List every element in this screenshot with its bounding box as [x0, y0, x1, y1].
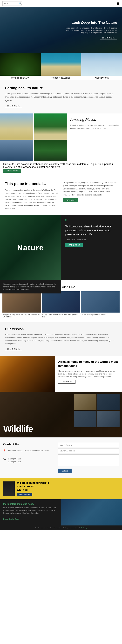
- wildlife-images: [74, 394, 120, 427]
- hero-subtitle: Lorem ipsum dolor sit amet, consectetur …: [65, 26, 117, 34]
- contact-phone-1: 1 (206) 967-091: [8, 458, 21, 460]
- our-mission-learn-more-button[interactable]: LEARN MORE: [5, 347, 22, 351]
- amazing-images-left: [0, 114, 67, 161]
- nature-background-image: Nature: [0, 215, 61, 280]
- search-input[interactable]: [4, 2, 18, 5]
- wildlife-section: Wildlife: [0, 392, 122, 437]
- amazing-grid: [0, 114, 67, 161]
- getting-back-learn-more-button[interactable]: LEARN MORE: [5, 104, 22, 108]
- contact-phone-item: 📞 1 (206) 967-091 1 (206) 967-404: [3, 458, 52, 463]
- contact-info: Contact Us 📍 117 Brook Street, 2Y Avenue…: [0, 438, 55, 478]
- nature-dark-mission-text: We seek to inspire and educate all membe…: [0, 280, 61, 294]
- card-1[interactable]: Stopping Shrimp Draws Bell May Tell Gray…: [2, 291, 41, 319]
- hero-learn-more-button[interactable]: LEARN MORE: [100, 36, 117, 40]
- hamburger-icon[interactable]: ☰: [117, 2, 120, 6]
- card-3-label: Where It's Okay to Pet the Whales: [81, 312, 120, 317]
- email-field-container: [58, 448, 119, 453]
- phone-icon: 📞: [3, 458, 6, 460]
- wildlife-img-4: [97, 411, 120, 427]
- contact-form: Submit: [55, 438, 122, 478]
- amazing-places-grid: Amazing Places Excepteur sint occaecat c…: [0, 114, 122, 161]
- yellow-banner-learn-more-button[interactable]: LEARN MORE: [17, 493, 32, 496]
- contact-heading: Contact Us: [3, 443, 52, 446]
- wildlife-img-3: [74, 411, 97, 427]
- hero-content: Look Deep Into The Nature Lorem ipsum do…: [65, 20, 117, 40]
- wildlife-title: Wildlife: [3, 424, 33, 434]
- card-3-image: [81, 291, 120, 312]
- africa-heading: Africa is home to many of the world's mo…: [58, 360, 119, 368]
- card-1-label: Stopping Shrimp Draws Bell May Tell Gray…: [2, 312, 41, 319]
- contact-address-item: 📍 117 Brook Street, 2Y Avenue, New York,…: [3, 449, 52, 455]
- card-1-image: [2, 291, 41, 312]
- location-icon: 📍: [3, 449, 6, 452]
- message-field-container: [58, 454, 119, 466]
- header: 🔍 ☰: [0, 0, 122, 7]
- hero-section: Look Deep Into The Nature Lorem ipsum do…: [0, 7, 122, 53]
- last-brand-name: Morbi interdum metus risus.: [3, 503, 58, 505]
- getting-back-section: Getting back to nature Lorem ipsum dolor…: [0, 80, 122, 114]
- last-link-1[interactable]: Donec et nulla. Class: [3, 518, 19, 520]
- special-place-left-text: Due to its commanding position, in the s…: [5, 189, 59, 210]
- special-place-learn-more-button[interactable]: LEARN MORE: [63, 198, 78, 202]
- amazing-img-3: [0, 140, 33, 161]
- africa-text: Africa is home to many of the world's mo…: [55, 356, 122, 392]
- contact-phone-2: 1 (206) 967-404: [8, 460, 21, 463]
- yellow-banner: We are looking forward to start a projec…: [0, 478, 122, 500]
- tiger-image: [0, 356, 55, 392]
- nature-dark-left: Nature We seek to inspire and educate al…: [0, 215, 61, 280]
- last-text-block: Morbi interdum metus risus. Morbi interd…: [0, 500, 61, 526]
- search-icon: 🔍: [18, 2, 22, 5]
- wildlife-img-1: [74, 394, 97, 410]
- card-2[interactable]: Get Up Close With Wildlife in Missouri M…: [42, 291, 80, 319]
- col-wild[interactable]: WILD NATURE: [81, 53, 122, 80]
- footer-link[interactable]: Bootstrap: [81, 527, 87, 529]
- amazing-bottom: Duis aute irure dolor in reprehenderit i…: [0, 161, 122, 176]
- wildlife-img-2: [97, 394, 120, 410]
- quote-mark-icon: ": [65, 220, 118, 223]
- contact-phones: 1 (206) 967-091 1 (206) 967-404: [8, 458, 21, 463]
- last-section: Morbi interdum metus risus. Morbi interd…: [0, 500, 122, 526]
- special-place-right-text: This spacious and very single storey hol…: [63, 181, 117, 196]
- nature-body-text: We seek to inspire and educate all membe…: [3, 283, 58, 291]
- card-2-image: [42, 291, 80, 312]
- africa-section: Africa is home to many of the world's mo…: [0, 356, 122, 392]
- amazing-places-body: Excepteur sint occaecat cupidatat non pr…: [70, 124, 119, 130]
- footer-text: Suitable and Close to where the new keys…: [35, 527, 81, 529]
- amazing-img-2: [34, 114, 67, 140]
- beach-label: 30 BEST BEACHES: [41, 76, 81, 80]
- amazing-places-title: Amazing Places: [70, 118, 119, 122]
- contact-section: Contact Us 📍 117 Brook Street, 2Y Avenue…: [0, 437, 122, 478]
- card-2-label: Get Up Close With Wildlife in Missouri M…: [42, 312, 80, 319]
- amazing-learn-more-button[interactable]: LEARN MORE: [3, 168, 21, 173]
- our-mission-body: Forest Therapy is a research-based frame…: [5, 333, 117, 345]
- our-mission-section: Our Mission Forest Therapy is a research…: [0, 322, 122, 356]
- nature-learn-more-button[interactable]: LEARN MORE: [65, 243, 83, 247]
- message-textarea[interactable]: [58, 454, 119, 466]
- beach-image: [41, 53, 81, 76]
- card-3[interactable]: Where It's Okay to Pet the Whales: [81, 291, 120, 319]
- nature-quote-text: To discover and share knowledge about pl…: [65, 225, 118, 236]
- search-box[interactable]: 🔍: [2, 1, 22, 6]
- email-input[interactable]: [58, 448, 119, 453]
- three-columns: FOREST THERAPY 30 BEST BEACHES WILD NATU…: [0, 53, 122, 80]
- submit-button[interactable]: Submit: [58, 468, 72, 473]
- contact-address: 117 Brook Street, 2Y Avenue, New York, N…: [8, 449, 52, 455]
- yellow-banner-text: We are looking forward to start a projec…: [17, 481, 49, 496]
- wild-label: WILD NATURE: [81, 76, 122, 80]
- special-place-section: This place is special... Due to its comm…: [0, 176, 122, 215]
- last-landscape-image: [61, 500, 122, 526]
- yellow-banner-heading: We are looking forward to start a projec…: [17, 481, 49, 492]
- col-beach[interactable]: 30 BEST BEACHES: [41, 53, 81, 80]
- name-input[interactable]: [58, 443, 119, 447]
- col-forest[interactable]: FOREST THERAPY: [0, 53, 41, 80]
- africa-body: This list is intended not only to showca…: [58, 370, 119, 378]
- nature-mission-attribution: — Botanical Garden mission: [65, 239, 118, 241]
- amazing-img-1: [0, 114, 33, 140]
- special-place-right: This spacious and very single storey hol…: [63, 181, 117, 210]
- nature-dark-right: " To discover and share knowledge about …: [61, 215, 122, 280]
- special-place-left: This place is special... Due to its comm…: [5, 181, 59, 210]
- forest-image: [0, 53, 41, 76]
- africa-learn-more-button[interactable]: LEARN MORE: [58, 380, 76, 384]
- getting-back-body: Lorem ipsum dolor sit amet, consectetur …: [5, 92, 117, 102]
- name-field-container: [58, 443, 119, 447]
